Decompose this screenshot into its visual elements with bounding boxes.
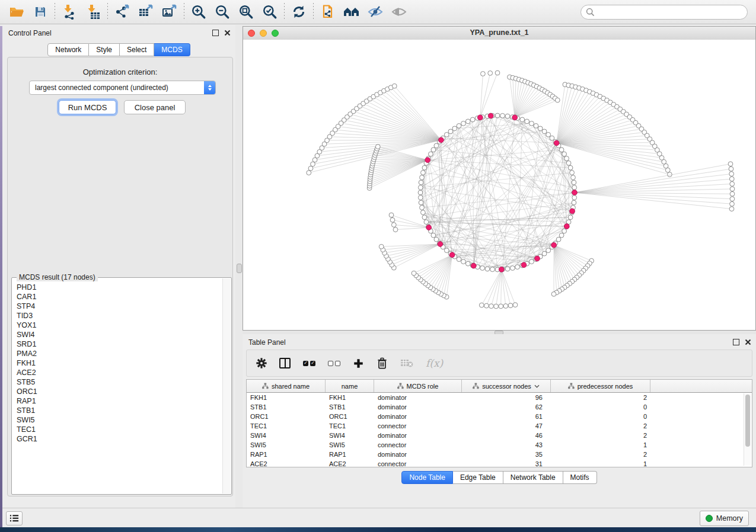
column-header-MCDS-role[interactable]: MCDS role [374,380,462,392]
export-table-button[interactable] [134,2,158,22]
mcds-node-item[interactable]: PMA2 [17,349,223,358]
zoom-selected-button[interactable] [258,2,282,22]
table-tab-node-table[interactable]: Node Table [401,471,453,484]
desktop-edge [0,527,756,532]
delete-table-button[interactable] [400,358,413,368]
column-header-successor-nodes[interactable]: successor nodes [462,380,551,392]
column-header-shared-name[interactable]: shared name [247,380,326,392]
maximize-window-icon[interactable] [272,30,279,37]
close-panel-icon[interactable] [224,30,231,36]
table-tab-motifs[interactable]: Motifs [563,471,597,484]
table-tab-network-table[interactable]: Network Table [503,471,563,484]
deselect-all-columns-button[interactable] [328,361,340,366]
status-bar: Memory [0,508,756,527]
mcds-node-item[interactable]: CAR1 [17,292,223,302]
mcds-list-scrollbar[interactable] [222,278,231,493]
open-session-button[interactable] [5,2,28,22]
table-row[interactable]: TEC1TEC1connector472 [247,421,752,431]
control-panel: Control Panel NetworkStyleSelectMCDS Opt… [2,25,235,508]
mcds-node-item[interactable]: STP4 [17,302,223,311]
float-panel-icon[interactable] [212,30,219,36]
table-row[interactable]: FKH1FKH1dominator962 [247,393,752,402]
mcds-node-item[interactable]: RAP1 [17,396,223,406]
table-settings-button[interactable] [256,358,267,368]
import-network-button[interactable] [58,2,81,22]
table-row[interactable]: ACE2ACE2connector311 [247,459,752,467]
optimization-criterion-label: Optimization criterion: [8,68,232,76]
delete-column-button[interactable] [377,357,388,370]
zoom-fit-button[interactable] [234,2,258,22]
network-graph[interactable] [243,40,755,330]
criterion-selected-value: largest connected component (undirected) [30,84,204,92]
memory-button[interactable]: Memory [700,511,749,526]
mcds-node-item[interactable]: SWI4 [17,330,223,339]
table-row[interactable]: RAP1RAP1dominator352 [247,450,752,459]
mcds-node-item[interactable]: STB1 [17,406,223,415]
add-column-button[interactable] [353,358,364,369]
mcds-result-list[interactable]: PHD1CAR1STP4TID3YOX1SWI4SRD1PMA2FKH1ACE2… [12,281,223,493]
table-cell: FKH1 [326,394,374,401]
tab-network[interactable]: Network [47,43,89,56]
tree-icon [473,383,479,389]
table-row[interactable]: SWI5SWI5connector431 [247,440,752,450]
main-toolbar [0,0,756,24]
mcds-node-item[interactable]: SRD1 [17,339,223,349]
table-row[interactable]: SWI4SWI4dominator462 [247,431,752,440]
minimize-window-icon[interactable] [260,30,267,37]
function-builder-button[interactable]: f(x) [426,357,443,369]
toolbar-separator [284,3,285,21]
cytoscape-app: { "app": { "accent_blue": "#2e7bf5", "do… [0,0,756,532]
search-input[interactable] [598,8,742,17]
import-public-network-button[interactable] [316,2,340,22]
table-tab-edge-table[interactable]: Edge Table [453,471,503,484]
select-all-columns-button[interactable]: ✓ ✓ [303,361,315,366]
export-image-button[interactable] [158,2,181,22]
run-mcds-button[interactable]: Run MCDS [59,100,116,114]
network-canvas[interactable] [243,40,755,330]
control-panel-title: Control Panel [8,29,52,37]
table-row[interactable]: ORC1ORC1dominator610 [247,412,752,421]
splitter-grip-icon[interactable] [237,264,242,273]
table-cell: dominator [374,403,462,411]
table-row[interactable]: STB1STB1dominator620 [247,402,752,412]
mcds-node-item[interactable]: ORC1 [17,387,223,396]
table-cell: TEC1 [326,422,374,430]
table-cell: 2 [551,451,650,458]
mcds-node-item[interactable]: PHD1 [17,283,223,292]
vertical-splitter[interactable] [235,25,243,508]
mcds-node-item[interactable]: SWI5 [17,415,223,425]
mcds-node-item[interactable]: FKH1 [17,358,223,368]
hide-panels-button[interactable] [363,2,387,22]
mcds-node-item[interactable]: TEC1 [17,425,223,434]
show-panels-button[interactable] [387,2,411,22]
column-header-predecessor-nodes[interactable]: predecessor nodes [551,380,650,392]
close-window-icon[interactable] [248,30,255,37]
zoom-out-button[interactable] [210,2,234,22]
mcds-node-item[interactable]: ACE2 [17,368,223,377]
toggle-panes-button[interactable] [279,358,291,368]
zoom-in-button[interactable] [187,2,210,22]
column-header-name[interactable]: name [326,380,374,392]
scrollbar-thumb[interactable] [745,395,750,447]
criterion-select[interactable]: largest connected component (undirected) [29,81,216,95]
table-cell: SWI4 [326,432,374,439]
refresh-button[interactable] [287,2,311,22]
table-scrollbar[interactable] [744,393,751,466]
network-overview-button[interactable] [340,2,363,22]
tab-style[interactable]: Style [89,43,120,56]
close-panel-icon[interactable] [745,339,751,345]
mcds-node-item[interactable]: STB5 [17,377,223,387]
search-field[interactable] [580,5,748,20]
float-panel-icon[interactable] [733,339,739,345]
mcds-node-item[interactable]: YOX1 [17,321,223,330]
close-panel-button[interactable]: Close panel [124,100,186,114]
tab-mcds[interactable]: MCDS [154,43,190,56]
mcds-node-item[interactable]: GCR1 [17,434,223,444]
import-table-button[interactable] [81,2,105,22]
task-history-button[interactable] [6,511,23,525]
network-window-titlebar[interactable]: YPA_prune.txt_1 [243,27,755,40]
export-network-button[interactable] [110,2,134,22]
mcds-node-item[interactable]: TID3 [17,311,223,321]
save-session-button[interactable] [28,2,52,22]
tab-select[interactable]: Select [120,43,154,56]
